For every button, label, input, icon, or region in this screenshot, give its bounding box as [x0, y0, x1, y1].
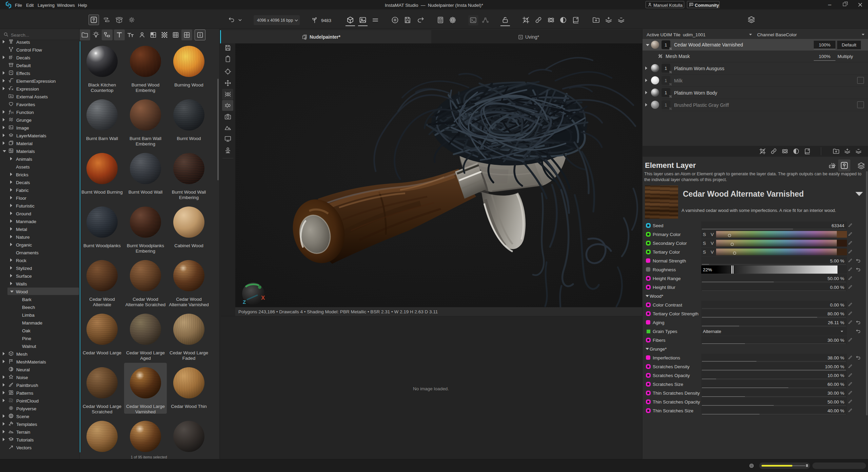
svg-text:(x): (x) [11, 111, 14, 114]
svg-text:X: X [261, 295, 265, 301]
svg-text:Z: Z [243, 299, 246, 305]
